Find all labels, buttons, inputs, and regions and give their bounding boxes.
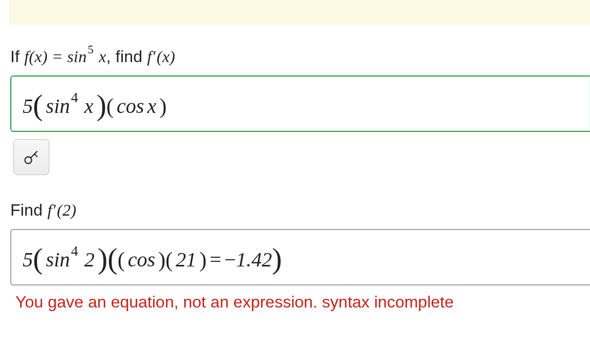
- error-message: You gave an equation, not an expression.…: [15, 293, 590, 312]
- answer-input-2[interactable]: 5(sin4 2)((cos)(21)=−1.42): [10, 229, 590, 285]
- prompt-2-func: f ′(2): [47, 201, 76, 219]
- question-body: If f(x) = sin5 x, find f ′(x) 5(sin4 x)(…: [10, 47, 590, 312]
- svg-line-2: [34, 154, 37, 157]
- prompt-2-prefix: Find: [10, 201, 47, 219]
- answer-1-expression: 5(sin4 x)(cosx): [23, 94, 167, 118]
- answer-input-1[interactable]: 5(sin4 x)(cosx): [10, 75, 590, 132]
- prompt-1: If f(x) = sin5 x, find f ′(x): [10, 47, 590, 66]
- prompt-1-mid: , find: [106, 47, 148, 66]
- key-icon: [23, 148, 40, 166]
- notice-banner: [9, 0, 590, 25]
- svg-line-1: [31, 151, 38, 158]
- prompt-1-rhs: f ′(x): [147, 47, 175, 66]
- prompt-1-prefix: If: [10, 47, 24, 66]
- prompt-1-lhs: f(x) = sin5 x: [24, 47, 106, 66]
- math-key-button[interactable]: [13, 139, 49, 175]
- prompt-2: Find f ′(2): [10, 201, 590, 220]
- answer-2-expression: 5(sin4 2)((cos)(21)=−1.42): [23, 248, 282, 271]
